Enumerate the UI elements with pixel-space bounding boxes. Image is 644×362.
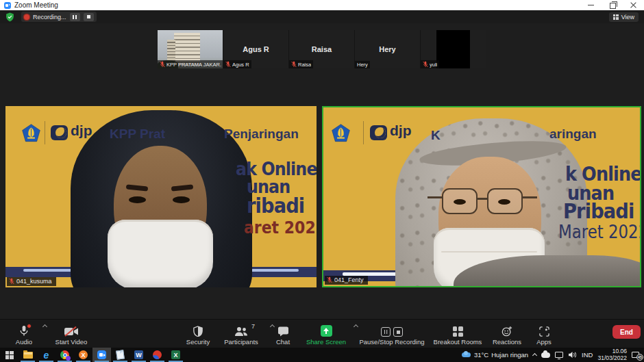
feed-participant-name: 041_Fenty bbox=[334, 276, 364, 283]
tray-overflow-chevron[interactable] bbox=[532, 353, 537, 358]
system-tray: 31°C Hujan ringan IND 10.06 31/03/2022 4… bbox=[462, 348, 644, 362]
poster-date-line: Maret 2022 bbox=[558, 222, 641, 242]
feed-participant-name: 041_kusuma bbox=[16, 278, 52, 285]
zoom-taskbar-icon[interactable] bbox=[92, 348, 111, 362]
start-video-button[interactable]: Start Video bbox=[49, 320, 93, 348]
clock-date: 31/03/2022 bbox=[597, 355, 627, 362]
notes-taskbar-icon[interactable] bbox=[111, 348, 129, 362]
recording-dot-icon bbox=[24, 14, 29, 20]
view-label: View bbox=[621, 14, 634, 21]
participant-name: Agus R bbox=[232, 62, 249, 68]
breakout-rooms-label: Breakout Rooms bbox=[434, 338, 482, 346]
participant-name-chip: yuli bbox=[421, 60, 439, 68]
breakout-rooms-icon bbox=[453, 326, 463, 337]
chrome-icon bbox=[60, 350, 69, 359]
onedrive-cloud-icon[interactable] bbox=[541, 352, 550, 358]
poster-text-line: ribadi bbox=[247, 193, 304, 218]
taskbar-clock[interactable]: 10.06 31/03/2022 bbox=[597, 348, 627, 362]
weather-widget[interactable]: 31°C Hujan ringan bbox=[462, 351, 528, 359]
participant-name: Hery bbox=[357, 62, 368, 68]
gallery-tile-yuli[interactable]: yuli bbox=[421, 30, 486, 68]
window-title: Zoom Meeting bbox=[14, 1, 58, 9]
grid-view-icon bbox=[613, 14, 619, 20]
security-shield-icon bbox=[193, 326, 203, 337]
reactions-button[interactable]: Reactions bbox=[488, 320, 526, 348]
participant-gallery-strip: KPP PRATAMA JAKAR... Agus R Agus R Raisa bbox=[158, 30, 486, 68]
language-indicator[interactable]: IND bbox=[582, 351, 593, 359]
participant-name-chip: Raisa bbox=[289, 60, 313, 68]
document-icon bbox=[116, 350, 125, 359]
muted-mic-icon bbox=[423, 61, 428, 68]
pause-stop-recording-button[interactable]: Pause/Stop Recording bbox=[356, 320, 428, 348]
security-button[interactable]: Security bbox=[181, 320, 215, 348]
audio-button[interactable]: Audio bbox=[7, 320, 41, 348]
participants-icon bbox=[234, 326, 248, 337]
eye bbox=[498, 199, 510, 205]
video-feed-fenty[interactable]: djp K aringan k Online unan Pribadi Mare… bbox=[322, 106, 641, 287]
recording-indicator: Recording... bbox=[21, 12, 97, 22]
xampp-taskbar-icon[interactable]: X bbox=[74, 348, 92, 362]
excel-taskbar-icon[interactable]: X bbox=[166, 348, 185, 362]
eye bbox=[454, 199, 466, 205]
pause-icon[interactable] bbox=[381, 327, 391, 337]
chat-label: Chat bbox=[276, 338, 290, 346]
red-blue-app-icon bbox=[153, 350, 162, 359]
gallery-tile-agus[interactable]: Agus R Agus R bbox=[223, 30, 289, 68]
video-feed-kusuma[interactable]: djp KPP Prat Penjaringan ak Online unan … bbox=[5, 106, 317, 287]
participant-name-chip: Agus R bbox=[223, 60, 251, 68]
xampp-icon: X bbox=[79, 350, 88, 359]
feed-header-fragment: K bbox=[431, 128, 441, 143]
weather-temperature: 31°C bbox=[474, 351, 488, 359]
file-explorer-taskbar-icon[interactable] bbox=[18, 348, 37, 362]
zoom-app-icon bbox=[4, 2, 11, 9]
windows-taskbar: e X W X 31°C Hujan ringan bbox=[0, 348, 644, 362]
chat-button[interactable]: Chat bbox=[269, 320, 297, 348]
network-icon[interactable] bbox=[555, 352, 563, 358]
participant-name-chip: Hery bbox=[355, 61, 370, 68]
mask-crease bbox=[441, 251, 537, 253]
close-button[interactable] bbox=[623, 0, 644, 10]
participants-button[interactable]: 7 Participants bbox=[216, 320, 266, 348]
apps-icon bbox=[539, 326, 549, 337]
red-app-taskbar-icon[interactable] bbox=[148, 348, 166, 362]
gallery-tile-kpp[interactable]: KPP PRATAMA JAKAR... bbox=[158, 30, 223, 68]
feed-header-fragment: Penjaringan bbox=[224, 127, 299, 142]
reactions-label: Reactions bbox=[493, 338, 521, 346]
muted-mic-icon bbox=[225, 61, 231, 68]
feed-name-chip: 041_Fenty bbox=[325, 276, 368, 285]
word-taskbar-icon[interactable]: W bbox=[129, 348, 148, 362]
zoom-camera-icon bbox=[97, 350, 106, 359]
internet-explorer-taskbar-icon[interactable]: e bbox=[37, 348, 55, 362]
chrome-taskbar-icon[interactable] bbox=[55, 348, 74, 362]
meeting-info-bar: Recording... View bbox=[0, 10, 644, 23]
breakout-rooms-button[interactable]: Breakout Rooms bbox=[430, 320, 485, 348]
action-center-button[interactable]: 45 bbox=[632, 351, 641, 359]
share-screen-button[interactable]: Share Screen bbox=[299, 320, 354, 348]
audio-options-chevron[interactable] bbox=[42, 324, 47, 329]
encryption-shield-icon[interactable] bbox=[5, 12, 14, 22]
poster-date-line: aret 2022 bbox=[244, 218, 317, 237]
gallery-tile-raisa[interactable]: Raisa Raisa bbox=[289, 30, 355, 68]
feed-header-fragment: KPP Prat bbox=[110, 127, 165, 142]
view-button[interactable]: View bbox=[609, 12, 639, 22]
participant-name: KPP PRATAMA JAKAR... bbox=[166, 62, 221, 68]
eye bbox=[173, 196, 190, 203]
gallery-tile-hery[interactable]: Hery Hery bbox=[355, 30, 421, 68]
restore-button[interactable] bbox=[602, 0, 623, 10]
minimize-button[interactable] bbox=[580, 0, 602, 10]
folder-icon bbox=[23, 352, 33, 359]
notification-count-badge: 45 bbox=[636, 354, 643, 361]
poster-text-line: Pribadi bbox=[563, 198, 634, 223]
start-button[interactable] bbox=[0, 348, 18, 362]
muted-mic-icon bbox=[291, 61, 297, 68]
apps-button[interactable]: Apps bbox=[529, 320, 559, 348]
participants-count: 7 bbox=[251, 323, 255, 330]
audio-alert-badge bbox=[27, 324, 32, 328]
stop-recording-button[interactable] bbox=[84, 13, 94, 21]
stop-icon[interactable] bbox=[393, 327, 403, 337]
volume-icon[interactable] bbox=[568, 351, 577, 359]
feed-header-fragment: aringan bbox=[549, 127, 597, 142]
pause-recording-button[interactable] bbox=[70, 13, 80, 21]
start-video-label: Start Video bbox=[55, 338, 88, 346]
end-meeting-button[interactable]: End bbox=[612, 325, 641, 339]
